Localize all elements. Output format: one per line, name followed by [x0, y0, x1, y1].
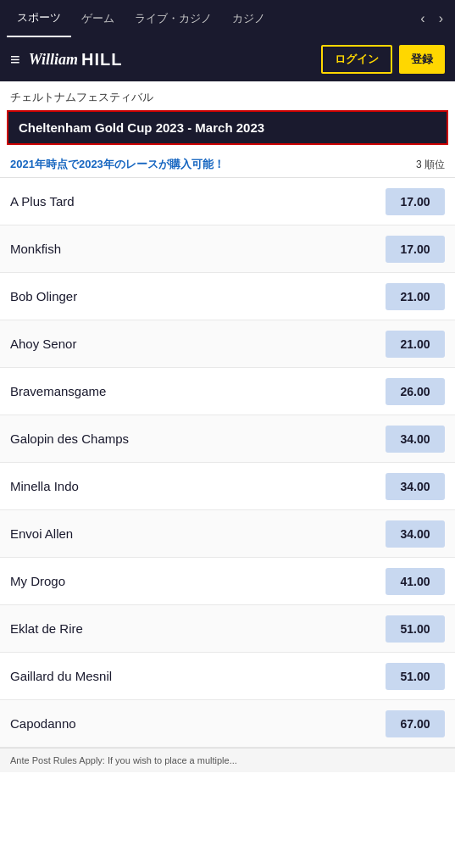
table-row: Envoi Allen34.00 [0, 510, 455, 558]
table-row: Gaillard du Mesnil51.00 [0, 653, 455, 700]
logo-hill: HILL [81, 50, 122, 70]
breadcrumb: チェルトナムフェスティバル [0, 81, 455, 110]
horse-name: Gaillard du Mesnil [10, 669, 386, 683]
odds-button[interactable]: 34.00 [386, 520, 445, 548]
odds-button[interactable]: 26.00 [386, 378, 445, 405]
horse-name: My Drogo [10, 574, 386, 588]
odds-button[interactable]: 51.00 [386, 615, 445, 643]
table-row: Monkfish17.00 [0, 225, 455, 273]
nav-arrow-right[interactable]: › [434, 8, 448, 30]
table-row: Capodanno67.00 [0, 700, 455, 748]
table-row: A Plus Tard17.00 [0, 178, 455, 225]
table-row: My Drogo41.00 [0, 558, 455, 605]
nav-arrow-left[interactable]: ‹ [415, 8, 430, 30]
table-row: Minella Indo34.00 [0, 463, 455, 510]
horse-name: Ahoy Senor [10, 337, 386, 351]
horse-name: Galopin des Champs [10, 431, 386, 446]
nav-item-sports[interactable]: スポーツ [7, 0, 71, 37]
horse-name: Minella Indo [10, 479, 386, 493]
table-row: Bravemansgame26.00 [0, 368, 455, 415]
event-title: Cheltenham Gold Cup 2023 - March 2023 [7, 110, 448, 145]
top-nav: スポーツ ゲーム ライブ・カジノ カジノ ‹ › [0, 0, 455, 37]
horse-name: Eklat de Rire [10, 621, 386, 636]
horse-name: Bob Olinger [10, 289, 386, 303]
odds-button[interactable]: 67.00 [386, 710, 445, 737]
footer-notice: Ante Post Rules Apply: If you wish to pl… [0, 748, 455, 772]
nav-item-casino[interactable]: カジノ [222, 0, 275, 37]
table-row: Ahoy Senor21.00 [0, 320, 455, 368]
notice-rank: 3 順位 [416, 158, 445, 172]
odds-button[interactable]: 34.00 [386, 473, 445, 500]
nav-item-live-casino[interactable]: ライブ・カジノ [125, 0, 222, 37]
login-button[interactable]: ログイン [321, 45, 392, 74]
nav-item-games[interactable]: ゲーム [71, 0, 125, 37]
header-buttons: ログイン 登録 [321, 45, 445, 74]
odds-table: A Plus Tard17.00Monkfish17.00Bob Olinger… [0, 178, 455, 748]
horse-name: Capodanno [10, 716, 386, 731]
odds-button[interactable]: 41.00 [386, 568, 445, 595]
table-row: Eklat de Rire51.00 [0, 605, 455, 653]
odds-button[interactable]: 51.00 [386, 663, 445, 690]
odds-button[interactable]: 17.00 [386, 236, 445, 263]
table-row: Bob Olinger21.00 [0, 273, 455, 320]
odds-button[interactable]: 21.00 [386, 283, 445, 310]
nav-arrows: ‹ › [415, 8, 448, 30]
notice-text: 2021年時点で2023年のレースが購入可能！ [10, 157, 225, 172]
horse-name: Bravemansgame [10, 384, 386, 398]
notice-bar: 2021年時点で2023年のレースが購入可能！ 3 順位 [0, 152, 455, 178]
site-header: ≡ William HILL ログイン 登録 [0, 37, 455, 81]
horse-name: A Plus Tard [10, 194, 386, 209]
horse-name: Monkfish [10, 242, 386, 256]
logo-william: William [29, 51, 78, 69]
main-content: チェルトナムフェスティバル Cheltenham Gold Cup 2023 -… [0, 81, 455, 868]
odds-button[interactable]: 34.00 [386, 426, 445, 453]
horse-name: Envoi Allen [10, 526, 386, 541]
table-row: Galopin des Champs34.00 [0, 415, 455, 463]
register-button[interactable]: 登録 [399, 45, 445, 74]
site-logo: William HILL [29, 50, 123, 70]
odds-button[interactable]: 17.00 [386, 188, 445, 215]
odds-button[interactable]: 21.00 [386, 331, 445, 358]
menu-icon[interactable]: ≡ [10, 50, 20, 70]
